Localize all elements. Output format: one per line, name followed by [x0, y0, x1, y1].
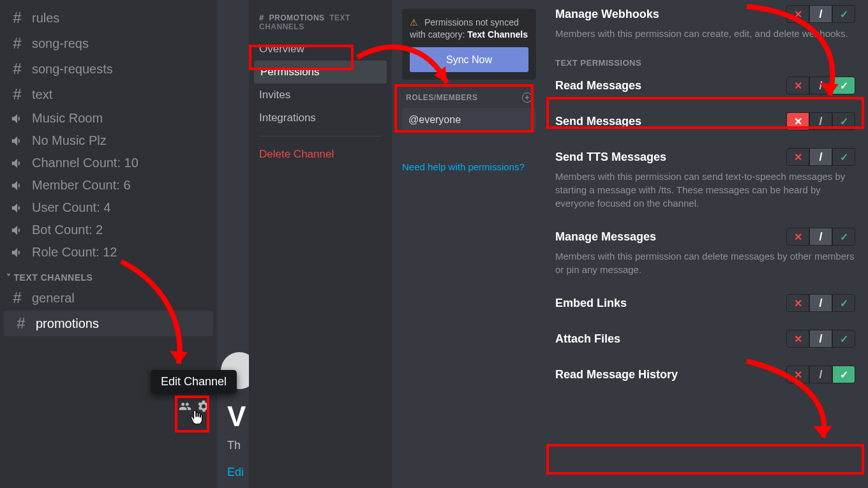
speaker-icon: [9, 201, 26, 215]
channel-song-reqs[interactable]: song-reqs: [0, 31, 217, 56]
channel-label: Member Count: 6: [32, 178, 131, 193]
perm-neutral-button[interactable]: /: [809, 228, 832, 246]
speaker-icon: [9, 112, 26, 126]
check-icon: ✓: [840, 297, 848, 309]
voice-bot-count[interactable]: Bot Count: 2: [0, 219, 217, 241]
annotation-box: [546, 444, 864, 475]
channel-song-requests[interactable]: song-requests: [0, 56, 217, 82]
nav-integrations[interactable]: Integrations: [249, 107, 392, 129]
settings-section-label: # PROMOTIONS TEXT CHANNELS: [249, 9, 392, 38]
perm-deny-button[interactable]: ✕: [786, 5, 809, 23]
perm-neutral-button[interactable]: /: [809, 366, 832, 383]
perm-title-label: Manage Messages: [555, 230, 656, 244]
perm-allow-button[interactable]: ✓: [832, 112, 855, 130]
perm-send-tts: Send TTS Messages ✕ / ✓ Members with thi…: [555, 148, 855, 210]
nav-delete-channel[interactable]: Delete Channel: [249, 143, 392, 166]
perm-toggle: ✕ / ✓: [786, 77, 855, 94]
chevron-down-icon: ˅: [6, 272, 11, 283]
permissions-panel: Manage Webhooks ✕ / ✓ Members with this …: [555, 0, 855, 395]
x-icon: ✕: [794, 231, 802, 243]
check-icon: ✓: [840, 369, 848, 381]
voice-no-music[interactable]: No Music Plz: [0, 129, 217, 152]
perm-neutral-button[interactable]: /: [809, 148, 832, 166]
perm-read-history: Read Message History ✕ / ✓: [555, 366, 855, 383]
perm-deny-button[interactable]: ✕: [786, 228, 809, 246]
voice-channel-count[interactable]: Channel Count: 10: [0, 152, 217, 174]
category-text-channels[interactable]: ˅ TEXT CHANNELS: [0, 263, 217, 285]
channel-label: text: [32, 87, 52, 102]
channel-label: No Music Plz: [32, 133, 107, 148]
channel-label: Role Count: 12: [32, 245, 117, 260]
perm-deny-button[interactable]: ✕: [786, 366, 809, 383]
perm-deny-button[interactable]: ✕: [786, 77, 809, 94]
perm-desc: Members with this permission can create,…: [555, 27, 855, 40]
nav-overview[interactable]: Overview: [249, 38, 392, 61]
perm-allow-button[interactable]: ✓: [832, 330, 855, 348]
channel-label: song-requests: [32, 62, 113, 77]
perm-embed-links: Embed Links ✕ / ✓: [555, 294, 855, 312]
nav-invites[interactable]: Invites: [249, 84, 392, 107]
roles-header-label: ROLES/MEMBERS: [406, 93, 478, 102]
channel-general[interactable]: general: [0, 285, 217, 311]
channel-label: Channel Count: 10: [32, 156, 138, 170]
channel-label: general: [32, 291, 75, 306]
speaker-icon: [9, 156, 26, 170]
perm-toggle: ✕ / ✓: [786, 148, 855, 166]
x-icon: ✕: [794, 297, 802, 309]
perm-neutral-button[interactable]: /: [809, 5, 832, 23]
check-icon: ✓: [840, 231, 848, 243]
perm-toggle: ✕ / ✓: [786, 112, 855, 130]
sync-card: ⚠ Permissions not synced with category: …: [402, 9, 536, 80]
perm-allow-button[interactable]: ✓: [832, 228, 855, 246]
warning-icon: ⚠: [410, 17, 418, 27]
sync-text-b: Text Channels: [467, 29, 528, 40]
slash-icon: /: [819, 151, 822, 164]
edit-link-fragment[interactable]: Edi: [227, 466, 244, 479]
welcome-subtext-fragment: Th: [227, 439, 241, 452]
perm-toggle: ✕ / ✓: [786, 330, 855, 348]
speaker-icon: [9, 223, 26, 237]
perm-deny-button[interactable]: ✕: [786, 148, 809, 166]
perm-attach-files: Attach Files ✕ / ✓: [555, 330, 855, 348]
channel-label: Bot Count: 2: [32, 223, 103, 237]
sync-now-button[interactable]: Sync Now: [410, 47, 528, 73]
perm-allow-button[interactable]: ✓: [832, 5, 855, 23]
perm-title-label: Read Message History: [555, 368, 678, 381]
perm-toggle: ✕ / ✓: [786, 366, 855, 383]
perm-allow-button[interactable]: ✓: [832, 366, 855, 383]
perm-neutral-button[interactable]: /: [809, 77, 832, 94]
role-everyone[interactable]: @everyone: [402, 108, 536, 132]
perm-neutral-button[interactable]: /: [809, 294, 832, 312]
hash-icon: [9, 34, 26, 52]
check-icon: ✓: [840, 333, 848, 345]
perm-neutral-button[interactable]: /: [809, 330, 832, 348]
channel-label: song-reqs: [32, 36, 89, 51]
voice-role-count[interactable]: Role Count: 12: [0, 241, 217, 263]
perm-deny-button[interactable]: ✕: [786, 330, 809, 348]
add-role-icon[interactable]: +: [522, 92, 532, 103]
section-text-permissions: TEXT PERMISSIONS: [555, 58, 855, 68]
perm-allow-button[interactable]: ✓: [832, 148, 855, 166]
perm-deny-button[interactable]: ✕: [786, 294, 809, 312]
nav-permissions[interactable]: Permissions: [254, 61, 387, 84]
permissions-help-link[interactable]: Need help with permissions?: [402, 161, 536, 172]
voice-user-count[interactable]: User Count: 4: [0, 196, 217, 219]
voice-member-count[interactable]: Member Count: 6: [0, 174, 217, 196]
x-icon: ✕: [794, 8, 802, 20]
hash-icon: [9, 9, 26, 27]
perm-allow-button[interactable]: ✓: [832, 77, 855, 94]
voice-music-room[interactable]: Music Room: [0, 107, 217, 129]
channel-text[interactable]: text: [0, 82, 217, 107]
channel-label: rules: [32, 11, 59, 26]
x-icon: ✕: [794, 80, 802, 92]
welcome-heading-fragment: V: [227, 401, 246, 433]
perm-neutral-button[interactable]: /: [809, 112, 832, 130]
svg-marker-3: [813, 426, 832, 438]
perm-allow-button[interactable]: ✓: [832, 294, 855, 312]
x-icon: ✕: [794, 333, 802, 345]
channel-rules[interactable]: rules: [0, 5, 217, 31]
perm-manage-messages: Manage Messages ✕ / ✓ Members with this …: [555, 228, 855, 276]
hash-icon: [13, 314, 29, 332]
perm-deny-button[interactable]: ✕: [786, 112, 809, 130]
channel-promotions[interactable]: promotions: [4, 311, 213, 336]
